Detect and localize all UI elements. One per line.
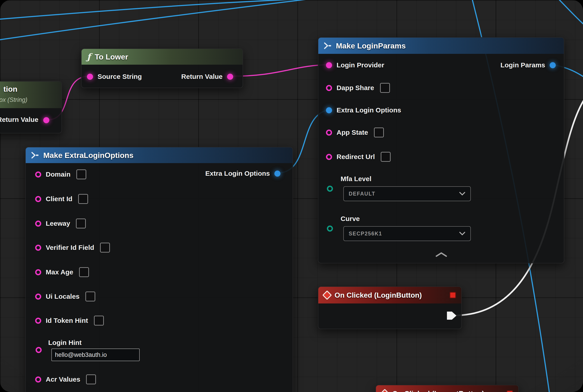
on-clicked-login-header[interactable]: On Clicked (LoginButton) — [318, 287, 461, 304]
node-make-loginparams[interactable]: Make LoginParams Login Params Login Prov… — [318, 37, 564, 263]
on-clicked-logout-title: On Clicked (LogoutButton) — [392, 390, 484, 392]
curve-label: Curve — [340, 215, 360, 222]
to-lower-header[interactable]: ƒ To Lower — [82, 49, 242, 65]
source-string-label: Source String — [98, 73, 142, 80]
delegate-output-pin[interactable] — [507, 390, 513, 392]
acr-values-label: Acr Values — [46, 376, 80, 383]
acr-values-input-pin[interactable] — [35, 376, 41, 382]
leeway-input-pin[interactable] — [35, 220, 41, 227]
client-id-checkbox[interactable] — [78, 194, 88, 204]
redirect-url-checkbox[interactable] — [381, 152, 390, 162]
app-state-input-pin[interactable] — [326, 130, 332, 136]
node-partial-string[interactable]: tion ox (String) Return Value — [0, 81, 62, 133]
partial-node-title: tion — [4, 85, 17, 94]
login-provider-label: Login Provider — [336, 61, 384, 69]
client-id-label: Client Id — [46, 195, 72, 203]
login-provider-row: Login Provider — [326, 59, 384, 71]
id-token-hint-input-pin[interactable] — [35, 318, 41, 324]
exec-output-pin[interactable] — [446, 311, 457, 320]
wire-struct-top-a[interactable] — [0, 0, 327, 40]
curve-input-pin[interactable] — [327, 226, 333, 232]
max-age-row: Max Age — [35, 266, 89, 278]
verifier-id-field-row: Verifier Id Field — [35, 242, 110, 254]
make-loginparams-header[interactable]: Make LoginParams — [318, 38, 564, 54]
blueprint-graph-canvas[interactable]: tion ox (String) Return Value ƒ To Lower… — [0, 0, 583, 392]
ui-locales-input-pin[interactable] — [35, 294, 41, 300]
pure-function-icon: ƒ — [87, 52, 90, 61]
ui-locales-row: Ui Locales — [35, 290, 95, 302]
id-token-hint-label: Id Token Hint — [46, 317, 88, 324]
redirect-url-input-pin[interactable] — [326, 154, 332, 160]
app-state-checkbox[interactable] — [374, 128, 384, 138]
extra-login-options-input-pin[interactable] — [326, 107, 332, 113]
event-icon — [322, 290, 332, 300]
curve-dropdown[interactable]: SECP256K1 — [343, 226, 471, 241]
node-on-clicked-loginbutton[interactable]: On Clicked (LoginButton) — [318, 286, 462, 329]
dapp-share-checkbox[interactable] — [380, 83, 390, 93]
node-on-clicked-logoutbutton[interactable]: On Clicked (LogoutButton) — [376, 385, 519, 392]
verifier-id-field-input-pin[interactable] — [35, 245, 41, 251]
make-struct-icon — [324, 42, 332, 49]
wire-struct-top-right-corner[interactable] — [556, 0, 583, 26]
login-params-output-row: Login Params — [500, 59, 556, 71]
event-icon — [380, 389, 390, 392]
to-lower-title: To Lower — [94, 52, 128, 61]
dapp-share-label: Dapp Share — [336, 84, 374, 92]
source-string-input-pin[interactable] — [87, 74, 93, 80]
wire-string-tolower-to-loginprovider[interactable] — [230, 65, 328, 76]
mfa-level-input-pin[interactable] — [327, 186, 333, 192]
client-id-row: Client Id — [35, 193, 88, 205]
verifier-id-field-checkbox[interactable] — [100, 243, 110, 252]
mfa-level-dropdown[interactable]: DEFAULT — [343, 186, 471, 201]
domain-input-pin[interactable] — [35, 172, 41, 178]
leeway-checkbox[interactable] — [76, 218, 86, 228]
verifier-id-field-label: Verifier Id Field — [46, 244, 94, 252]
node-make-extraloginoptions[interactable]: Make ExtraLoginOptions Extra Login Optio… — [25, 147, 293, 392]
dapp-share-input-pin[interactable] — [326, 85, 332, 91]
extra-login-options-row: Extra Login Options — [326, 104, 401, 116]
leeway-label: Leeway — [46, 220, 70, 227]
login-params-output-label: Login Params — [500, 61, 545, 69]
extra-login-options-output-pin[interactable] — [274, 170, 280, 177]
delegate-output-pin[interactable] — [450, 292, 456, 298]
login-hint-label: Login Hint — [48, 339, 82, 346]
max-age-checkbox[interactable] — [79, 267, 89, 277]
make-extraloginoptions-header[interactable]: Make ExtraLoginOptions — [26, 147, 293, 163]
redirect-url-row: Redirect Url — [326, 151, 390, 163]
collapse-node-button[interactable] — [435, 252, 448, 257]
make-struct-icon — [31, 152, 39, 159]
domain-row: Domain — [35, 168, 86, 180]
domain-checkbox[interactable] — [76, 170, 86, 179]
on-clicked-logout-header[interactable]: On Clicked (LogoutButton) — [376, 385, 518, 392]
chevron-down-icon — [459, 232, 466, 236]
source-string-row: Source String — [87, 70, 142, 83]
ui-locales-checkbox[interactable] — [86, 292, 95, 302]
wire-struct-top-b[interactable] — [0, 0, 472, 19]
extra-login-options-output-row: Extra Login Options — [205, 168, 280, 180]
chevron-down-icon — [459, 192, 466, 196]
partial-node-subtitle: ox (String) — [0, 96, 28, 104]
partial-return-value-output-pin[interactable] — [43, 117, 49, 123]
on-clicked-login-title: On Clicked (LoginButton) — [334, 291, 422, 300]
app-state-label: App State — [336, 129, 368, 136]
partial-return-value-label: Return Value — [0, 116, 38, 124]
make-loginparams-title: Make LoginParams — [336, 42, 406, 50]
extra-login-options-output-label: Extra Login Options — [205, 170, 270, 177]
partial-node-header[interactable]: tion ox (String) — [0, 82, 62, 108]
dapp-share-row: Dapp Share — [326, 82, 390, 94]
mfa-level-label: Mfa Level — [340, 175, 372, 183]
login-params-output-pin[interactable] — [550, 62, 556, 68]
to-lower-return-output-pin[interactable] — [227, 74, 233, 80]
client-id-input-pin[interactable] — [35, 196, 41, 202]
max-age-label: Max Age — [46, 268, 73, 276]
node-to-lower[interactable]: ƒ To Lower Source String Return Value — [81, 48, 243, 88]
max-age-input-pin[interactable] — [35, 269, 41, 275]
acr-values-row: Acr Values — [35, 373, 96, 386]
login-hint-input[interactable] — [51, 348, 140, 361]
id-token-hint-checkbox[interactable] — [94, 316, 104, 326]
acr-values-checkbox[interactable] — [86, 374, 96, 384]
login-provider-input-pin[interactable] — [326, 62, 332, 68]
login-hint-input-pin[interactable] — [36, 347, 42, 353]
curve-value: SECP256K1 — [349, 231, 382, 237]
redirect-url-label: Redirect Url — [336, 153, 375, 161]
